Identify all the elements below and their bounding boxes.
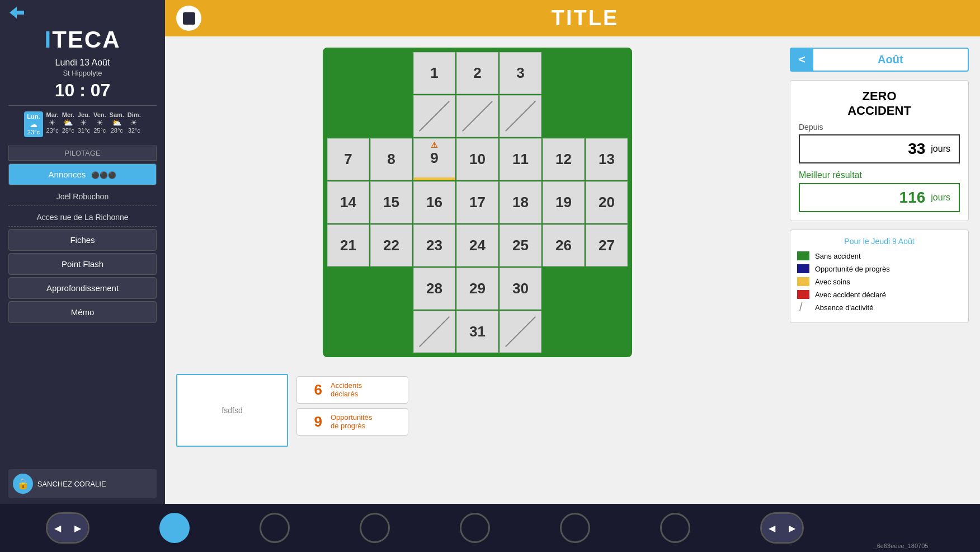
calendar-grid-inner: 12378⚠9101112131415161718192021222324252… (323, 48, 632, 357)
nav-circle-1[interactable] (159, 513, 190, 543)
sidebar-item-joel[interactable]: Joël Robuchon (8, 188, 157, 206)
weather-day-ven: Ven.☀25°c (93, 111, 106, 137)
sidebar-item-approfondissement[interactable]: Approfondissement (8, 277, 157, 299)
calendar-day-3[interactable]: 3 (500, 52, 541, 94)
nav-circle-3[interactable] (360, 513, 390, 543)
calendar-day-18[interactable]: 18 (500, 181, 541, 223)
clock-display: 10 : 07 (8, 80, 157, 106)
calendar-day-16[interactable]: 16 (413, 181, 455, 223)
sidebar-item-point-flash[interactable]: Point Flash (8, 253, 157, 275)
calendar-day-22[interactable]: 22 (370, 224, 412, 266)
calendar-day-21[interactable]: 21 (327, 224, 369, 266)
calendar-absence-cell (456, 95, 498, 137)
weather-row: Lun.☁23°cMar.☀23°cMer.⛅28°cJeu.☀31°cVen.… (8, 111, 157, 137)
weather-day-mar: Mar.☀23°c (46, 111, 59, 137)
legend-yellow-swatch (797, 277, 809, 286)
days-unit: jours (931, 144, 950, 154)
best-result-label: Meilleur résultat (799, 170, 960, 180)
nav-circle-4[interactable] (460, 513, 490, 543)
nav-circle-2[interactable] (260, 513, 290, 543)
user-name: SANCHEZ CORALIE (37, 480, 106, 488)
calendar-day-23[interactable]: 23 (413, 224, 455, 266)
weather-day-jeu: Jeu.☀31°c (78, 111, 90, 137)
accidents-label: Accidentsdéclarés (331, 381, 362, 399)
calendar-container: 12378⚠9101112131415161718192021222324252… (323, 48, 632, 357)
opportunites-number: 9 (305, 413, 322, 431)
content-header: TITLE (165, 0, 980, 36)
sidebar-item-memo[interactable]: Mémo (8, 301, 157, 323)
calendar-day-30[interactable]: 30 (500, 268, 541, 310)
svg-line-3 (506, 101, 536, 132)
bottom-bar: ◀ ▶ ◀ ▶ _6e63eeee_180705 (0, 504, 980, 552)
logo: ITECA (44, 26, 120, 53)
svg-line-2 (463, 101, 493, 132)
calendar-day-20[interactable]: 20 (586, 181, 628, 223)
legend-avec-accident: Avec accident déclaré (797, 290, 962, 299)
calendar-day-11[interactable]: 11 (500, 138, 541, 180)
calendar-day-28[interactable]: 28 (413, 268, 455, 310)
legend-sans-accident: Sans accident (797, 251, 962, 260)
legend-avec-accident-label: Avec accident déclaré (815, 291, 886, 299)
nav-circle-5[interactable] (560, 513, 590, 543)
legend-darkblue-swatch (797, 264, 809, 273)
sidebar-item-annonces[interactable]: Annonces ⚫⚫⚫ (8, 163, 157, 185)
warning-icon: ⚠ (431, 141, 438, 149)
weather-day-dim: Dim.☀32°c (128, 111, 141, 137)
weather-day-sam: Sam.⛅28°c (110, 111, 124, 137)
calendar-day-14[interactable]: 14 (327, 181, 369, 223)
calendar-day-8[interactable]: 8 (370, 138, 412, 180)
note-box[interactable]: fsdfsd (176, 374, 288, 447)
calendar-day-9[interactable]: ⚠9 (413, 138, 455, 180)
legend-green-swatch (797, 251, 809, 260)
calendar-day-12[interactable]: 12 (543, 138, 585, 180)
user-footer: 🔒 SANCHEZ CORALIE (8, 469, 157, 498)
stop-button[interactable] (176, 6, 201, 31)
calendar-day-24[interactable]: 24 (456, 224, 498, 266)
calendar-day-10[interactable]: 10 (456, 138, 498, 180)
content-body: 12378⚠9101112131415161718192021222324252… (165, 36, 980, 504)
nav-right-prev-button[interactable]: ◀ (762, 514, 782, 542)
calendar-day-15[interactable]: 15 (370, 181, 412, 223)
calendar-day-27[interactable]: 27 (586, 224, 628, 266)
nav-left-button[interactable]: ◀ (48, 514, 68, 542)
nav-right-next-button[interactable]: ▶ (782, 514, 802, 542)
calendar-absence-cell (413, 95, 455, 137)
prev-month-button[interactable]: < (791, 49, 813, 71)
calendar-day-2[interactable]: 2 (456, 52, 498, 94)
version-text: _6e63eeee_180705 (874, 542, 934, 552)
legend-box: Pour le Jeudi 9 Août Sans accident Oppor… (790, 230, 969, 323)
section-pilotage-label: PILOTAGE (8, 146, 157, 161)
calendar-absence-cell (500, 95, 541, 137)
svg-marker-0 (10, 7, 24, 18)
legend-absence: Absence d'activité (797, 303, 962, 312)
stat-accidents: 6 Accidentsdéclarés (296, 376, 408, 404)
sidebar: ITECA Lundi 13 Août St Hippolyte 10 : 07… (0, 0, 165, 504)
best-result-box: 116 jours (799, 183, 960, 212)
legend-avec-soins-label: Avec soins (815, 278, 850, 286)
stat-opportunites: 9 Opportunitésde progrès (296, 408, 408, 436)
legend-avec-soins: Avec soins (797, 277, 962, 286)
calendar-day-19[interactable]: 19 (543, 181, 585, 223)
calendar-day-17[interactable]: 17 (456, 181, 498, 223)
days-since-number: 33 (908, 140, 925, 158)
calendar-day-25[interactable]: 25 (500, 224, 541, 266)
note-text: fsdfsd (222, 406, 242, 415)
nav-right-button[interactable]: ▶ (68, 514, 88, 542)
calendar-day-31[interactable]: 31 (456, 311, 498, 353)
back-button[interactable] (8, 6, 25, 24)
nav-circle-6[interactable] (660, 513, 690, 543)
calendar-day-26[interactable]: 26 (543, 224, 585, 266)
calendar-day-13[interactable]: 13 (586, 138, 628, 180)
main-content: TITLE 12378⚠9101112131415161718192021222… (165, 0, 980, 504)
svg-line-4 (420, 317, 450, 347)
legend-red-swatch (797, 290, 809, 299)
legend-title: Pour le Jeudi 9 Août (797, 237, 962, 246)
calendar-day-1[interactable]: 1 (413, 52, 455, 94)
calendar-area: 12378⚠9101112131415161718192021222324252… (176, 48, 779, 493)
svg-line-1 (420, 101, 450, 132)
nav-prev-next-left: ◀ ▶ (46, 512, 89, 544)
sidebar-item-acces[interactable]: Acces rue de La Richonne (8, 208, 157, 227)
sidebar-item-fiches[interactable]: Fiches (8, 229, 157, 251)
calendar-day-7[interactable]: 7 (327, 138, 369, 180)
calendar-day-29[interactable]: 29 (456, 268, 498, 310)
